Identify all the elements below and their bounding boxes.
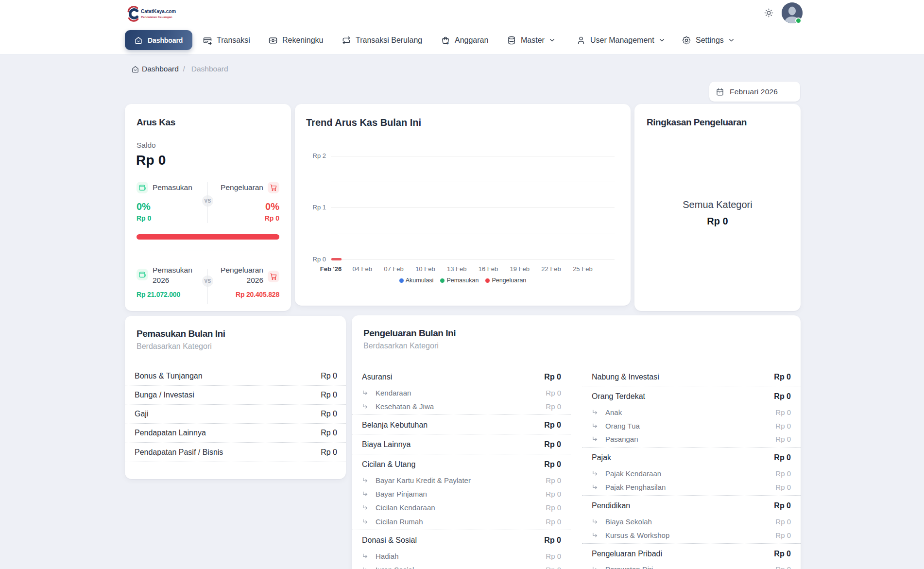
svg-text:$: $ [446,41,449,45]
